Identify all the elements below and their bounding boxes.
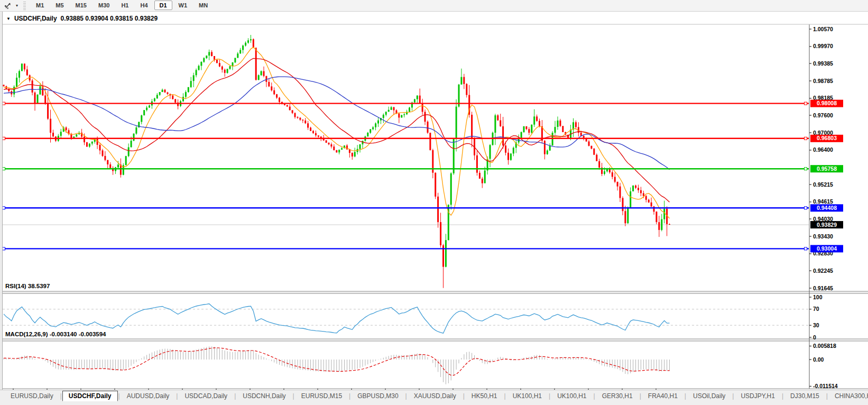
price-tick-label: 0.97600	[813, 112, 833, 118]
price-tick-label: 0.92245	[813, 268, 833, 274]
tab-usdcnh-daily[interactable]: USDCNH,Daily	[236, 391, 292, 401]
candles-layer	[3, 35, 671, 288]
tab-eurusd-m15[interactable]: EURUSD,M15	[295, 391, 348, 401]
symbol-ohlc: 0.93885 0.93904 0.93815 0.93829	[61, 15, 158, 22]
macd-indicator-label: MACD(12,26,9) -0.003140 -0.003594	[5, 331, 106, 337]
hline-handle[interactable]	[3, 102, 5, 105]
rsi-tick-label: 0	[813, 334, 816, 340]
current-price-badge-label: 0.93829	[817, 222, 837, 228]
rsi-tick-label: 100	[813, 294, 823, 300]
chart-frame: 1.005700.999700.993850.987850.981850.976…	[0, 12, 868, 390]
tab-audusd-daily[interactable]: AUDUSD,Daily	[121, 391, 176, 401]
tab-usdcad-daily[interactable]: USDCAD,Daily	[178, 391, 234, 401]
hline-badge-label: 0.95758	[817, 165, 837, 172]
timeframe-button-h1[interactable]: H1	[116, 1, 134, 10]
hline-badge-label: 0.98008	[817, 100, 837, 106]
chart-canvas[interactable]: 1.005700.999700.993850.987850.981850.976…	[0, 23, 868, 401]
tab-hk50-h1[interactable]: HK50,H1	[465, 391, 504, 401]
hline-badge-label: 0.96803	[817, 135, 837, 141]
tab-usdchf-daily[interactable]: USDCHF,Daily	[62, 391, 118, 401]
timeframe-button-m30[interactable]: M30	[93, 1, 115, 10]
macd-histogram	[4, 346, 670, 384]
price-tick-label: 1.00570	[813, 26, 833, 32]
symbol-dropdown-icon[interactable]: ▼	[6, 16, 11, 21]
timeframe-button-d1[interactable]: D1	[154, 1, 172, 10]
pane-separator[interactable]	[0, 339, 868, 341]
macd-tick-label: -0.011514	[813, 383, 838, 389]
hline-handle[interactable]	[805, 102, 807, 105]
tab-usdjpy-h1[interactable]: USDJPY,H1	[734, 391, 781, 401]
symbol-name: USDCHF,Daily	[14, 15, 57, 22]
hline-handle[interactable]	[805, 247, 807, 250]
price-tick-label: 0.99385	[813, 60, 833, 67]
hline-handle[interactable]	[805, 207, 807, 209]
timeframe-button-mn[interactable]: MN	[193, 1, 213, 10]
pane-separator[interactable]	[0, 291, 868, 293]
hline-handle[interactable]	[3, 137, 5, 140]
rsi-indicator-label: RSI(14) 38.5397	[5, 283, 50, 289]
tab-xauusd-daily[interactable]: XAUUSD,Daily	[408, 391, 463, 401]
ma-slow-line	[4, 77, 670, 170]
toolbar: ▾ M1M5M15M30H1H4D1W1MN	[0, 0, 868, 12]
hline-handle[interactable]	[3, 247, 5, 250]
tab-eurusd-daily[interactable]: EURUSD,Daily	[4, 391, 60, 401]
price-tick-label: 0.93430	[813, 233, 833, 240]
ma-fast-line	[4, 47, 670, 218]
toolbar-separator	[23, 2, 26, 10]
timeframe-button-m5[interactable]: M5	[50, 1, 69, 10]
price-tick-label: 0.94615	[813, 198, 833, 205]
ma-mid-line	[4, 58, 670, 202]
tab-usoil-daily[interactable]: USOil,Daily	[687, 391, 732, 401]
tab-china300-h4[interactable]: CHINA300,H4	[828, 391, 868, 401]
rsi-line	[4, 304, 670, 334]
chart-tab-bar: EURUSD,Daily|USDCHF,Daily|AUDUSD,Daily|U…	[0, 390, 868, 405]
price-tick-label: 0.96400	[813, 146, 833, 153]
hline-badge-label: 0.93004	[817, 245, 837, 252]
hline-handle[interactable]	[3, 207, 5, 209]
timeframe-buttons: M1M5M15M30H1H4D1W1MN	[30, 2, 214, 9]
tab-dj30-m15[interactable]: DJ30,M15	[784, 391, 826, 401]
timeframe-button-m15[interactable]: M15	[70, 1, 92, 10]
macd-tick-label: 0.00	[813, 356, 824, 363]
window-left-edge	[0, 12, 3, 405]
price-tick-label: 0.91645	[813, 285, 833, 291]
hline-handle[interactable]	[805, 168, 807, 170]
hline-badge-label: 0.94408	[817, 205, 837, 211]
timeframe-button-w1[interactable]: W1	[173, 1, 193, 10]
chevron-down-icon[interactable]: ▾	[16, 3, 18, 8]
price-tick-label: 0.98785	[813, 78, 833, 84]
tab-uk100-h1[interactable]: UK100,H1	[551, 391, 593, 401]
chart-tabs: EURUSD,Daily|USDCHF,Daily|AUDUSD,Daily|U…	[4, 390, 868, 402]
timeframe-button-m1[interactable]: M1	[31, 1, 49, 10]
hline-handle[interactable]	[3, 168, 5, 170]
price-tick-label: 0.99970	[813, 43, 833, 49]
chart-symbol-title: ▼ USDCHF,Daily 0.93885 0.93904 0.93815 0…	[6, 15, 158, 22]
tab-ger30-h1[interactable]: GER30,H1	[596, 391, 639, 401]
tab-gbpusd-m30[interactable]: GBPUSD,M30	[351, 391, 404, 401]
rsi-tick-label: 70	[813, 306, 819, 312]
rsi-tick-label: 30	[813, 322, 819, 328]
tab-uk100-h1[interactable]: UK100,H1	[506, 391, 548, 401]
timeframe-button-h4[interactable]: H4	[135, 1, 153, 10]
mt4-window: ▾ M1M5M15M30H1H4D1W1MN 1.005700.999700.9…	[0, 0, 868, 405]
macd-tick-label: 0.005818	[813, 343, 836, 349]
tab-fra40-h1[interactable]: FRA40,H1	[642, 391, 684, 401]
price-tick-label: 0.95215	[813, 181, 833, 188]
hline-handle[interactable]	[805, 137, 807, 140]
crosshair-pointer-icon[interactable]	[0, 1, 16, 11]
